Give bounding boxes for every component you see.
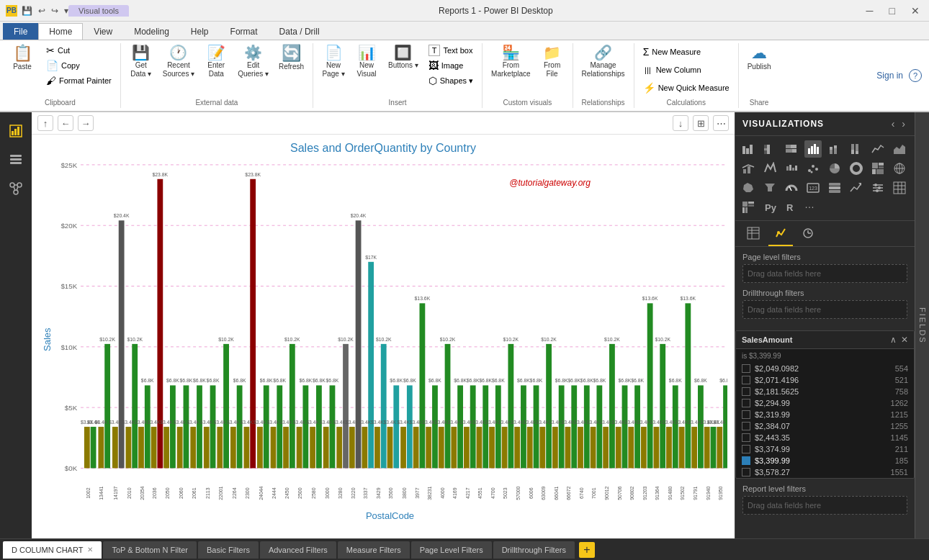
enter-data-button[interactable]: 📝 EnterData bbox=[200, 43, 232, 81]
viz-line-col[interactable] bbox=[740, 160, 757, 177]
viz-col-stacked[interactable] bbox=[826, 140, 843, 158]
signin-label[interactable]: Sign in bbox=[876, 71, 903, 81]
copy-button[interactable]: 📄 Copy bbox=[42, 58, 116, 73]
tab-drillthrough[interactable]: Drillthrough Filters bbox=[493, 541, 575, 559]
viz-col-100[interactable] bbox=[848, 140, 865, 158]
viz-col-clustered[interactable] bbox=[804, 140, 822, 158]
sidebar-report-icon[interactable] bbox=[3, 118, 29, 144]
fields-toggle[interactable]: FIELDS bbox=[915, 112, 929, 538]
viz-donut[interactable] bbox=[848, 160, 865, 177]
viz-tab-analytics[interactable] bbox=[796, 224, 820, 246]
viz-r[interactable]: R bbox=[783, 199, 800, 216]
tab-basic-filters[interactable]: Basic Filters bbox=[198, 541, 259, 559]
publish-button[interactable]: ☁ Publish bbox=[743, 43, 776, 73]
viz-expand-right[interactable]: › bbox=[899, 118, 907, 130]
viz-expand-left[interactable]: ‹ bbox=[889, 118, 897, 130]
tab-view[interactable]: View bbox=[83, 23, 123, 40]
checkbox-5[interactable] bbox=[742, 410, 750, 419]
undo-btn[interactable]: ↩ bbox=[38, 6, 45, 16]
minimize-btn[interactable]: ─ bbox=[863, 4, 877, 18]
add-tab-button[interactable]: + bbox=[579, 542, 595, 558]
manage-relationships-button[interactable]: 🔗 ManageRelationships bbox=[578, 43, 629, 81]
viz-slicer[interactable] bbox=[869, 179, 887, 197]
salesamount-up-arrow[interactable]: ∧ bbox=[890, 335, 897, 345]
viz-multicard[interactable] bbox=[826, 179, 843, 197]
cut-button[interactable]: ✂ Cut bbox=[42, 43, 116, 58]
viz-bar-clustered[interactable] bbox=[740, 140, 757, 158]
download-button[interactable]: ↓ bbox=[673, 115, 688, 131]
checkbox-6[interactable] bbox=[742, 422, 750, 430]
checkbox-2[interactable] bbox=[742, 376, 750, 384]
checkbox-4[interactable] bbox=[742, 399, 750, 407]
tab-datadrill[interactable]: Data / Drill bbox=[269, 23, 331, 40]
save-btn[interactable]: 💾 bbox=[22, 6, 32, 16]
tab-measure-filters[interactable]: Measure Filters bbox=[338, 541, 410, 559]
close-btn[interactable]: ✕ bbox=[907, 4, 923, 18]
viz-pie[interactable] bbox=[826, 160, 843, 177]
from-file-button[interactable]: 📁 FromFile bbox=[537, 43, 568, 81]
viz-tab-fields[interactable] bbox=[741, 224, 766, 246]
viz-tab-format[interactable] bbox=[768, 224, 793, 246]
viz-scatter[interactable] bbox=[804, 160, 822, 177]
viz-card[interactable]: 123 bbox=[804, 179, 822, 197]
viz-treemap[interactable] bbox=[869, 160, 887, 177]
viz-kpi[interactable] bbox=[848, 179, 865, 197]
viz-python[interactable]: Py bbox=[761, 199, 778, 216]
text-box-button[interactable]: T Text box bbox=[424, 43, 477, 58]
back-button[interactable]: ↑ bbox=[37, 115, 53, 131]
viz-table[interactable] bbox=[891, 179, 908, 197]
checkbox-8[interactable] bbox=[742, 445, 750, 453]
viz-matrix[interactable] bbox=[740, 199, 757, 216]
salesamount-remove[interactable]: ✕ bbox=[901, 335, 908, 345]
tab-format[interactable]: Format bbox=[220, 23, 269, 40]
filter-scroll-area[interactable]: Page level filters Drag data fields here… bbox=[735, 247, 915, 538]
new-page-button[interactable]: 📄 NewPage ▾ bbox=[318, 43, 349, 81]
redo-btn[interactable]: ↪ bbox=[51, 6, 58, 16]
more-options-button[interactable]: ⋯ bbox=[713, 115, 729, 131]
buttons-button[interactable]: 🔲 Buttons ▾ bbox=[384, 43, 423, 72]
drill-left-button[interactable]: ← bbox=[58, 115, 73, 131]
checkbox-7[interactable] bbox=[742, 433, 750, 442]
format-painter-button[interactable]: 🖌 Format Painter bbox=[42, 73, 116, 88]
drillthrough-drop[interactable]: Drag data fields here bbox=[742, 300, 907, 319]
tab-file[interactable]: File bbox=[3, 23, 38, 40]
shapes-button[interactable]: ⬡ Shapes ▾ bbox=[424, 73, 477, 88]
tab-advanced-filters[interactable]: Advanced Filters bbox=[260, 541, 336, 559]
drill-right-button[interactable]: → bbox=[78, 115, 94, 131]
sidebar-model-icon[interactable] bbox=[3, 176, 29, 202]
maximize-btn[interactable]: □ bbox=[886, 4, 899, 18]
viz-area[interactable] bbox=[891, 140, 908, 158]
viz-funnel[interactable] bbox=[761, 179, 778, 197]
checkbox-10[interactable] bbox=[742, 468, 750, 477]
viz-waterfall[interactable] bbox=[783, 160, 800, 177]
signin-area[interactable]: Sign in ? bbox=[869, 43, 929, 108]
viz-ribbon[interactable] bbox=[761, 160, 778, 177]
get-data-button[interactable]: 💾 GetData ▾ bbox=[125, 43, 157, 81]
viz-more-button[interactable]: … bbox=[804, 199, 824, 216]
tab-d-column-chart[interactable]: D COLUMN CHART ✕ bbox=[3, 541, 102, 559]
new-column-button[interactable]: ⫼ New Column bbox=[639, 61, 734, 78]
viz-gauge[interactable] bbox=[783, 179, 800, 197]
from-marketplace-button[interactable]: 🏪 FromMarketplace bbox=[487, 43, 534, 81]
report-level-drop[interactable]: Drag data fields here bbox=[742, 496, 907, 515]
help-button[interactable]: ? bbox=[909, 69, 922, 82]
viz-line[interactable] bbox=[869, 140, 887, 158]
recent-sources-button[interactable]: 🕐 RecentSources ▾ bbox=[158, 43, 199, 81]
viz-bar-stacked[interactable] bbox=[761, 140, 778, 158]
tab-top-bottom[interactable]: ToP & Bottom N Filter bbox=[103, 541, 197, 559]
page-level-drop[interactable]: Drag data fields here bbox=[742, 264, 907, 283]
tab-d-column-chart-close[interactable]: ✕ bbox=[87, 546, 93, 554]
checkbox-9[interactable] bbox=[742, 456, 750, 465]
paste-button[interactable]: 📋 Paste bbox=[4, 43, 40, 73]
edit-queries-button[interactable]: ⚙️ EditQueries ▾ bbox=[233, 43, 273, 81]
sidebar-data-icon[interactable] bbox=[3, 147, 29, 173]
new-quick-measure-button[interactable]: ⚡ New Quick Measure bbox=[639, 79, 734, 96]
tab-page-level[interactable]: Page Level Filters bbox=[411, 541, 492, 559]
viz-map[interactable] bbox=[891, 160, 908, 177]
focus-button[interactable]: ⊞ bbox=[693, 115, 709, 131]
checkbox-1[interactable] bbox=[742, 364, 750, 373]
new-measure-button[interactable]: Σ New Measure bbox=[639, 43, 734, 60]
tab-help[interactable]: Help bbox=[180, 23, 220, 40]
viz-filled-map[interactable] bbox=[740, 179, 757, 197]
checkbox-3[interactable] bbox=[742, 387, 750, 396]
